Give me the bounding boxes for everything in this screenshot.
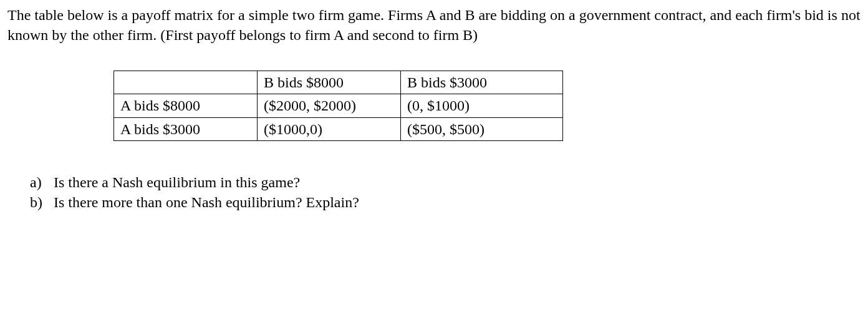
question-text: Is there a Nash equilibrium in this game… [54,172,861,192]
table-row: A bids $8000 ($2000, $2000) (0, $1000) [114,94,563,117]
row-label-a-8000: A bids $8000 [114,94,258,117]
question-letter: a) [30,172,54,192]
payoff-table-wrapper: B bids $8000 B bids $3000 A bids $8000 (… [113,71,861,141]
header-cell-b-8000: B bids $8000 [258,71,401,94]
intro-paragraph: The table below is a payoff matrix for a… [7,5,861,46]
question-a: a) Is there a Nash equilibrium in this g… [30,172,861,192]
table-row: A bids $3000 ($1000,0) ($500, $500) [114,117,563,140]
question-text: Is there more than one Nash equilibrium?… [54,192,861,212]
row-label-a-3000: A bids $3000 [114,117,258,140]
payoff-cell: ($1000,0) [258,117,401,140]
question-b: b) Is there more than one Nash equilibri… [30,192,861,212]
header-cell-empty [114,71,258,94]
questions-list: a) Is there a Nash equilibrium in this g… [30,172,861,213]
table-header-row: B bids $8000 B bids $3000 [114,71,563,94]
payoff-cell: ($500, $500) [401,117,563,140]
header-cell-b-3000: B bids $3000 [401,71,563,94]
payoff-cell: ($2000, $2000) [258,94,401,117]
payoff-matrix-table: B bids $8000 B bids $3000 A bids $8000 (… [113,71,563,141]
payoff-cell: (0, $1000) [401,94,563,117]
question-letter: b) [30,192,54,212]
